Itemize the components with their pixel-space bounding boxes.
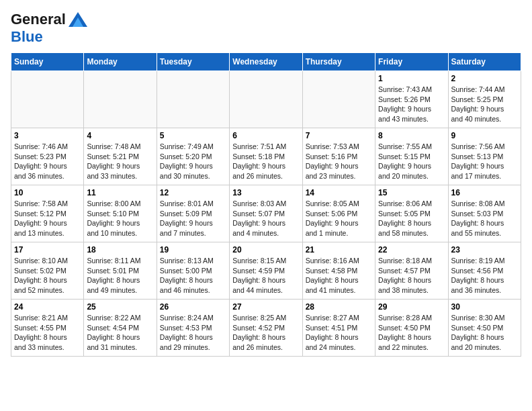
calendar-cell: 8Sunrise: 7:55 AM Sunset: 5:15 PM Daylig…: [375, 128, 448, 185]
weekday-header-wednesday: Wednesday: [230, 53, 302, 71]
day-info: Sunrise: 8:21 AM Sunset: 4:55 PM Dayligh…: [14, 313, 81, 353]
day-info: Sunrise: 8:18 AM Sunset: 4:57 PM Dayligh…: [378, 256, 445, 295]
calendar-cell: 6Sunrise: 7:51 AM Sunset: 5:18 PM Daylig…: [230, 128, 302, 185]
day-number: 7: [306, 131, 372, 140]
calendar-cell: 4Sunrise: 7:48 AM Sunset: 5:21 PM Daylig…: [84, 128, 157, 185]
day-info: Sunrise: 8:22 AM Sunset: 4:54 PM Dayligh…: [87, 313, 153, 353]
week-row-2: 3Sunrise: 7:46 AM Sunset: 5:23 PM Daylig…: [11, 128, 521, 185]
day-info: Sunrise: 7:46 AM Sunset: 5:23 PM Dayligh…: [14, 142, 81, 181]
calendar-cell: 17Sunrise: 8:10 AM Sunset: 5:02 PM Dayli…: [11, 242, 84, 300]
week-row-1: 1Sunrise: 7:43 AM Sunset: 5:26 PM Daylig…: [11, 71, 521, 128]
weekday-header-sunday: Sunday: [11, 53, 84, 71]
day-info: Sunrise: 8:30 AM Sunset: 4:50 PM Dayligh…: [451, 313, 518, 353]
day-info: Sunrise: 8:00 AM Sunset: 5:10 PM Dayligh…: [87, 199, 153, 238]
calendar-cell: 24Sunrise: 8:21 AM Sunset: 4:55 PM Dayli…: [11, 300, 84, 357]
logo: General Blue: [11, 11, 87, 46]
day-number: 10: [14, 188, 81, 197]
day-number: 17: [14, 245, 81, 255]
day-number: 2: [451, 74, 518, 83]
calendar-cell: 15Sunrise: 8:06 AM Sunset: 5:05 PM Dayli…: [375, 185, 448, 242]
day-number: 6: [232, 131, 299, 140]
day-info: Sunrise: 7:49 AM Sunset: 5:20 PM Dayligh…: [160, 142, 226, 181]
calendar-cell: 20Sunrise: 8:15 AM Sunset: 4:59 PM Dayli…: [230, 242, 302, 300]
day-number: 3: [14, 131, 81, 140]
day-number: 25: [87, 302, 153, 312]
day-info: Sunrise: 7:44 AM Sunset: 5:25 PM Dayligh…: [451, 85, 518, 124]
calendar-cell: 16Sunrise: 8:08 AM Sunset: 5:03 PM Dayli…: [448, 185, 521, 242]
calendar-cell: 1Sunrise: 7:43 AM Sunset: 5:26 PM Daylig…: [375, 71, 448, 128]
day-number: 22: [378, 245, 445, 255]
day-info: Sunrise: 8:28 AM Sunset: 4:50 PM Dayligh…: [378, 313, 445, 353]
day-number: 19: [160, 245, 226, 255]
logo-icon: [69, 12, 87, 27]
calendar-cell: 7Sunrise: 7:53 AM Sunset: 5:16 PM Daylig…: [302, 128, 375, 185]
day-info: Sunrise: 8:11 AM Sunset: 5:01 PM Dayligh…: [87, 256, 153, 295]
day-number: 4: [87, 131, 153, 140]
calendar-cell: 14Sunrise: 8:05 AM Sunset: 5:06 PM Dayli…: [302, 185, 375, 242]
weekday-header-monday: Monday: [84, 53, 157, 71]
calendar-cell: 13Sunrise: 8:03 AM Sunset: 5:07 PM Dayli…: [230, 185, 302, 242]
day-number: 15: [378, 188, 445, 197]
day-info: Sunrise: 8:16 AM Sunset: 4:58 PM Dayligh…: [306, 256, 372, 295]
day-info: Sunrise: 7:48 AM Sunset: 5:21 PM Dayligh…: [87, 142, 153, 181]
day-number: 9: [451, 131, 518, 140]
day-number: 11: [87, 188, 153, 197]
calendar-cell: [84, 71, 157, 128]
calendar-cell: 30Sunrise: 8:30 AM Sunset: 4:50 PM Dayli…: [448, 300, 521, 357]
calendar-cell: 11Sunrise: 8:00 AM Sunset: 5:10 PM Dayli…: [84, 185, 157, 242]
page-header: General Blue: [11, 11, 521, 46]
week-row-3: 10Sunrise: 7:58 AM Sunset: 5:12 PM Dayli…: [11, 185, 521, 242]
day-number: 30: [451, 302, 518, 312]
day-number: 5: [160, 131, 226, 140]
calendar-cell: 28Sunrise: 8:27 AM Sunset: 4:51 PM Dayli…: [302, 300, 375, 357]
day-info: Sunrise: 8:06 AM Sunset: 5:05 PM Dayligh…: [378, 199, 445, 238]
calendar-cell: 22Sunrise: 8:18 AM Sunset: 4:57 PM Dayli…: [375, 242, 448, 300]
day-number: 27: [232, 302, 299, 312]
calendar-cell: 25Sunrise: 8:22 AM Sunset: 4:54 PM Dayli…: [84, 300, 157, 357]
calendar-cell: 27Sunrise: 8:25 AM Sunset: 4:52 PM Dayli…: [230, 300, 302, 357]
day-info: Sunrise: 8:13 AM Sunset: 5:00 PM Dayligh…: [160, 256, 226, 295]
calendar-cell: [11, 71, 84, 128]
day-number: 12: [160, 188, 226, 197]
day-number: 26: [160, 302, 226, 312]
calendar-cell: 26Sunrise: 8:24 AM Sunset: 4:53 PM Dayli…: [157, 300, 229, 357]
weekday-header-tuesday: Tuesday: [157, 53, 229, 71]
day-info: Sunrise: 8:15 AM Sunset: 4:59 PM Dayligh…: [232, 256, 299, 295]
day-number: 8: [378, 131, 445, 140]
weekday-header-friday: Friday: [375, 53, 448, 71]
day-number: 1: [378, 74, 445, 83]
logo-text-blue: Blue: [11, 28, 43, 45]
day-info: Sunrise: 8:05 AM Sunset: 5:06 PM Dayligh…: [306, 199, 372, 238]
day-info: Sunrise: 8:01 AM Sunset: 5:09 PM Dayligh…: [160, 199, 226, 238]
calendar-cell: 3Sunrise: 7:46 AM Sunset: 5:23 PM Daylig…: [11, 128, 84, 185]
week-row-5: 24Sunrise: 8:21 AM Sunset: 4:55 PM Dayli…: [11, 300, 521, 357]
day-info: Sunrise: 7:56 AM Sunset: 5:13 PM Dayligh…: [451, 142, 518, 181]
weekday-header-row: SundayMondayTuesdayWednesdayThursdayFrid…: [11, 53, 521, 71]
calendar-cell: 19Sunrise: 8:13 AM Sunset: 5:00 PM Dayli…: [157, 242, 229, 300]
day-info: Sunrise: 7:43 AM Sunset: 5:26 PM Dayligh…: [378, 85, 445, 124]
day-number: 20: [232, 245, 299, 255]
day-info: Sunrise: 7:53 AM Sunset: 5:16 PM Dayligh…: [306, 142, 372, 181]
day-number: 18: [87, 245, 153, 255]
day-number: 23: [451, 245, 518, 255]
calendar-cell: 18Sunrise: 8:11 AM Sunset: 5:01 PM Dayli…: [84, 242, 157, 300]
day-info: Sunrise: 8:24 AM Sunset: 4:53 PM Dayligh…: [160, 313, 226, 353]
calendar-cell: 9Sunrise: 7:56 AM Sunset: 5:13 PM Daylig…: [448, 128, 521, 185]
day-number: 21: [306, 245, 372, 255]
calendar-cell: 5Sunrise: 7:49 AM Sunset: 5:20 PM Daylig…: [157, 128, 229, 185]
day-number: 14: [306, 188, 372, 197]
day-info: Sunrise: 7:58 AM Sunset: 5:12 PM Dayligh…: [14, 199, 81, 238]
weekday-header-saturday: Saturday: [448, 53, 521, 71]
calendar-cell: 12Sunrise: 8:01 AM Sunset: 5:09 PM Dayli…: [157, 185, 229, 242]
day-number: 13: [232, 188, 299, 197]
day-info: Sunrise: 8:08 AM Sunset: 5:03 PM Dayligh…: [451, 199, 518, 238]
calendar-cell: [157, 71, 229, 128]
calendar-cell: [230, 71, 302, 128]
day-number: 24: [14, 302, 81, 312]
day-number: 16: [451, 188, 518, 197]
calendar-cell: 2Sunrise: 7:44 AM Sunset: 5:25 PM Daylig…: [448, 71, 521, 128]
week-row-4: 17Sunrise: 8:10 AM Sunset: 5:02 PM Dayli…: [11, 242, 521, 300]
calendar-cell: 21Sunrise: 8:16 AM Sunset: 4:58 PM Dayli…: [302, 242, 375, 300]
calendar-cell: 23Sunrise: 8:19 AM Sunset: 4:56 PM Dayli…: [448, 242, 521, 300]
calendar-cell: 29Sunrise: 8:28 AM Sunset: 4:50 PM Dayli…: [375, 300, 448, 357]
